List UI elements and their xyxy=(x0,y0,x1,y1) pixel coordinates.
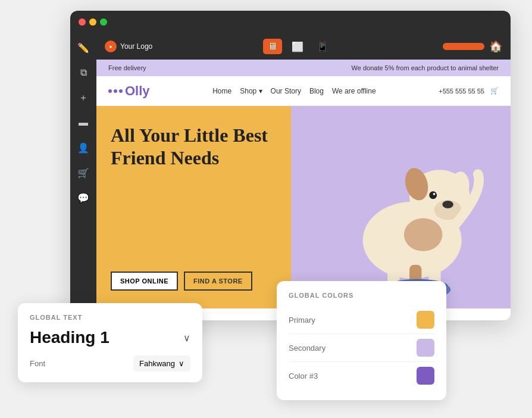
editor-toolbar: ● Your Logo 🖥 ⬜ 📱 🏠 xyxy=(96,33,511,60)
editor-sidebar: ✏️ ⧉ ＋ ▬ 👤 🛒 💬 xyxy=(70,33,96,320)
color-secondary-name: Secondary xyxy=(289,344,326,353)
shop-online-button[interactable]: SHOP ONLINE xyxy=(111,272,178,291)
traffic-light-close[interactable] xyxy=(79,18,86,26)
color-primary-name: Primary xyxy=(289,316,315,325)
logo-dot-3 xyxy=(119,89,123,93)
site-logo: Olly xyxy=(108,83,150,99)
logo-dot-2 xyxy=(114,89,117,93)
toolbar-right: 🏠 xyxy=(443,40,502,53)
device-desktop[interactable]: 🖥 xyxy=(263,39,282,54)
device-mobile[interactable]: 📱 xyxy=(313,39,332,54)
publish-button[interactable] xyxy=(443,43,484,50)
font-value: Fahkwang xyxy=(139,359,175,368)
announcement-left: Free delivery xyxy=(108,64,146,71)
font-select[interactable]: Fahkwang ∨ xyxy=(133,355,190,372)
global-text-panel: GLOBAL TEXT Heading 1 ∨ Font Fahkwang ∨ xyxy=(18,303,202,382)
global-colors-panel: GLOBAL COLORS Primary Secondary Color #3 xyxy=(277,281,446,400)
sidebar-icon-add[interactable]: ＋ xyxy=(75,89,92,106)
heading-row: Heading 1 ∨ xyxy=(30,328,190,347)
svg-point-11 xyxy=(404,218,443,251)
phone-number: +555 555 55 55 xyxy=(439,88,484,95)
nav-our-story[interactable]: Our Story xyxy=(271,87,301,95)
svg-point-7 xyxy=(433,193,436,195)
hero-right xyxy=(291,106,511,308)
home-icon[interactable]: 🏠 xyxy=(489,40,502,53)
color-primary-swatch[interactable] xyxy=(417,311,434,329)
announcement-right: We donate 5% from each product to animal… xyxy=(352,64,499,71)
heading-value: Heading 1 xyxy=(30,328,109,347)
device-tablet[interactable]: ⬜ xyxy=(288,39,307,54)
sidebar-icon-cart[interactable]: 🛒 xyxy=(75,164,92,181)
cart-icon[interactable]: 🛒 xyxy=(490,87,499,95)
browser-titlebar xyxy=(70,11,511,33)
color-3-swatch[interactable] xyxy=(417,367,434,385)
hero-buttons: SHOP ONLINE FIND A STORE xyxy=(111,272,277,291)
sidebar-icon-pen[interactable]: ✏️ xyxy=(75,39,92,56)
color-row-primary: Primary xyxy=(289,306,434,334)
logo-icon: ● xyxy=(105,40,117,52)
site-nav: Olly Home Shop ▾ Our Story Blog We are o… xyxy=(96,76,511,106)
traffic-light-minimize[interactable] xyxy=(89,18,96,26)
color-row-secondary: Secondary xyxy=(289,334,434,362)
svg-point-5 xyxy=(442,201,453,208)
svg-point-3 xyxy=(452,171,470,199)
dog-image xyxy=(297,106,511,308)
logo-dot-1 xyxy=(108,89,112,93)
logo-dots xyxy=(108,89,123,93)
site-nav-links: Home Shop ▾ Our Story Blog We are offlin… xyxy=(212,87,375,95)
traffic-light-maximize[interactable] xyxy=(100,18,107,26)
nav-shop[interactable]: Shop ▾ xyxy=(240,87,262,95)
color-secondary-swatch[interactable] xyxy=(417,339,434,357)
site-nav-right: +555 555 55 55 🛒 xyxy=(439,87,499,95)
font-label: Font xyxy=(30,359,45,368)
global-colors-label: GLOBAL COLORS xyxy=(289,292,434,299)
sidebar-icon-layers[interactable]: ⧉ xyxy=(75,64,92,81)
hero-section: All Your Little Best Friend Needs SHOP O… xyxy=(96,106,511,308)
font-chevron-icon: ∨ xyxy=(179,359,184,368)
global-text-label: GLOBAL TEXT xyxy=(30,314,190,321)
device-selector: 🖥 ⬜ 📱 xyxy=(263,39,332,54)
hero-left: All Your Little Best Friend Needs SHOP O… xyxy=(96,106,291,308)
svg-point-6 xyxy=(429,191,437,199)
heading-chevron-icon[interactable]: ∨ xyxy=(183,332,190,344)
nav-home[interactable]: Home xyxy=(212,87,231,95)
browser-window: ✏️ ⧉ ＋ ▬ 👤 🛒 💬 ● Your Logo 🖥 ⬜ 📱 🏠 Free … xyxy=(70,11,511,320)
logo-text: Your Logo xyxy=(120,42,152,51)
toolbar-logo: ● Your Logo xyxy=(105,40,152,52)
nav-blog[interactable]: Blog xyxy=(309,87,324,95)
font-row: Font Fahkwang ∨ xyxy=(30,355,190,372)
sidebar-icon-user[interactable]: 👤 xyxy=(75,139,92,156)
logo-name: Olly xyxy=(125,83,150,99)
color-3-name: Color #3 xyxy=(289,372,318,380)
nav-offline[interactable]: We are offline xyxy=(332,87,376,95)
color-row-3: Color #3 xyxy=(289,362,434,389)
announcement-bar: Free delivery We donate 5% from each pro… xyxy=(96,60,511,76)
hero-heading: All Your Little Best Friend Needs xyxy=(111,124,277,170)
sidebar-icon-folder[interactable]: ▬ xyxy=(75,114,92,131)
sidebar-icon-chat[interactable]: 💬 xyxy=(75,189,92,206)
find-store-button[interactable]: FIND A STORE xyxy=(184,272,252,291)
